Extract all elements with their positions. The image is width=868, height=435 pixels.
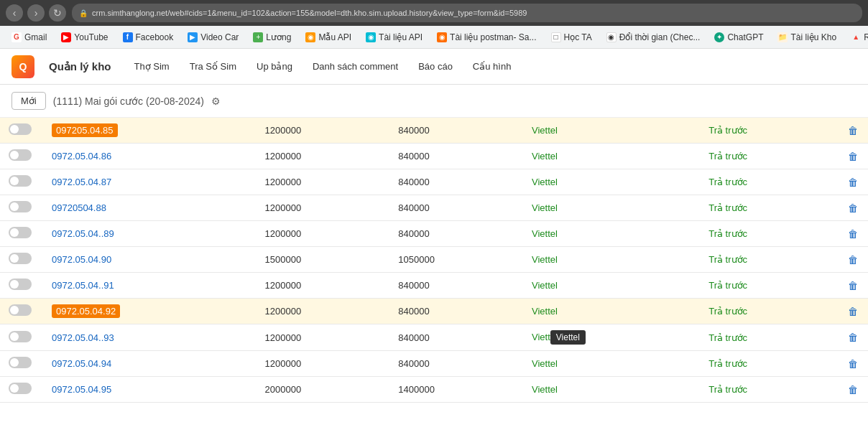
delete-button[interactable]: 🗑 [848, 332, 858, 343]
phone-cell: 0972.05.04..91 [43, 273, 257, 299]
payment-cell: Trả trước [700, 377, 839, 403]
price1-cell: 1200000 [257, 144, 390, 169]
forward-button[interactable]: › [27, 4, 45, 22]
bookmark-videocar[interactable]: ▶ Video Car [182, 30, 244, 45]
phone-text: 0972.05.04..89 [52, 228, 114, 239]
network-cell: Viettel [523, 377, 700, 403]
toggle-cell [0, 169, 43, 195]
delete-cell: 🗑 [839, 118, 868, 144]
nav-bao-cao[interactable]: Báo cáo [410, 57, 461, 76]
bookmark-gmail-label: Gmail [24, 32, 47, 42]
delete-button[interactable]: 🗑 [848, 306, 858, 317]
bookmark-tailieu[interactable]: ◉ Tài liệu API [360, 30, 428, 45]
luong-icon: + [253, 32, 263, 42]
tailieu-icon: ◉ [366, 32, 376, 42]
delete-button[interactable]: 🗑 [848, 280, 858, 291]
bookmark-facebook[interactable]: f Facebook [117, 30, 180, 45]
delete-button[interactable]: 🗑 [848, 125, 858, 136]
toggle-cell [0, 195, 43, 221]
nav-up-bang[interactable]: Up bảng [248, 57, 301, 76]
price2-cell: 840000 [389, 221, 523, 247]
redrm-icon: ▲ [851, 32, 861, 42]
toggle-switch[interactable] [9, 383, 32, 394]
browser-chrome: ‹ › ↻ 🔒 crm.simthanglong.net/web#cids=1&… [0, 0, 868, 26]
toggle-switch[interactable] [9, 227, 32, 238]
doitgian-icon: ◉ [606, 32, 617, 42]
toggle-switch[interactable] [9, 253, 32, 264]
bookmark-luong[interactable]: + Lương [247, 30, 297, 45]
delete-cell: 🗑 [839, 221, 868, 247]
bookmark-videocar-label: Video Car [200, 32, 239, 42]
toggle-switch[interactable] [9, 279, 32, 290]
nav-tho-sim[interactable]: Thợ Sim [126, 57, 178, 76]
network-cell: Viettel [523, 118, 700, 144]
phone-cell: 0972.05.04..89 [43, 221, 257, 247]
bookmark-postman[interactable]: ◉ Tài liệu postman- Sa... [431, 30, 542, 45]
network-cell: ViettViettel [523, 324, 700, 351]
nav-menu: Thợ Sim Tra Số Sim Up bảng Danh sách com… [126, 57, 520, 76]
price1-cell: 1200000 [257, 299, 390, 324]
toggle-switch[interactable] [9, 175, 32, 187]
settings-icon[interactable]: ⚙ [211, 95, 221, 107]
tailieukho-icon: 📁 [777, 32, 788, 42]
delete-button[interactable]: 🗑 [848, 384, 858, 396]
toggle-switch[interactable] [9, 331, 32, 342]
refresh-button[interactable]: ↻ [49, 4, 66, 22]
toggle-cell [0, 144, 43, 169]
bookmark-gmail[interactable]: G Gmail [6, 30, 52, 45]
delete-button[interactable]: 🗑 [848, 151, 858, 162]
delete-button[interactable]: 🗑 [848, 202, 858, 214]
toggle-cell [0, 324, 43, 351]
delete-button[interactable]: 🗑 [848, 177, 858, 188]
toggle-cell [0, 299, 43, 324]
nav-danh-sach-comment[interactable]: Danh sách comment [304, 57, 407, 76]
bookmark-tailieu-label: Tài liệu API [379, 32, 423, 42]
delete-button[interactable]: 🗑 [848, 228, 858, 240]
toggle-switch[interactable] [9, 201, 32, 212]
bookmark-hochoc-label: Học TA [564, 32, 592, 42]
toggle-switch[interactable] [9, 123, 32, 135]
bookmark-tailieukho[interactable]: 📁 Tài liệu Kho [772, 30, 842, 45]
new-button[interactable]: Mới [11, 92, 46, 110]
network-tooltip: Viettel [550, 330, 586, 345]
bookmark-mauapi-label: Mẫu API [318, 32, 351, 42]
network-cell: Viettel [523, 351, 700, 377]
chatgpt-icon: ✦ [714, 32, 724, 42]
toggle-switch[interactable] [9, 149, 32, 161]
delete-button[interactable]: 🗑 [848, 254, 858, 266]
toggle-switch[interactable] [9, 357, 32, 368]
network-cell: Viettel [523, 169, 700, 195]
address-text: crm.simthanglong.net/web#cids=1&menu_id=… [92, 9, 527, 17]
table-row: 0972.05.04.94 1200000 840000 Viettel Trả… [0, 351, 868, 377]
nav-tra-so-sim[interactable]: Tra Số Sim [181, 57, 245, 76]
toggle-switch[interactable] [9, 304, 32, 316]
bookmark-postman-label: Tài liệu postman- Sa... [450, 32, 536, 42]
network-cell: Viettel [523, 221, 700, 247]
price2-cell: 840000 [389, 144, 523, 169]
nav-cau-hinh[interactable]: Cấu hình [464, 57, 520, 76]
bookmark-facebook-label: Facebook [136, 32, 174, 42]
bookmark-doitgian[interactable]: ◉ Đổi thời gian (Chec... [601, 30, 706, 45]
phone-cell: 0972.05.04.95 [43, 377, 257, 403]
toggle-cell [0, 118, 43, 144]
price1-cell: 1500000 [257, 247, 390, 273]
phone-text: 0972.05.04..93 [52, 332, 114, 343]
bookmark-redrm-label: Redr [864, 32, 868, 42]
phone-cell: 0972.05.04.87 [43, 169, 257, 195]
bookmark-luong-label: Lương [266, 32, 291, 42]
bookmark-mauapi[interactable]: ◉ Mẫu API [300, 30, 357, 45]
bookmark-redrm[interactable]: ▲ Redr [845, 30, 868, 45]
phone-cell: 0972.05.04..93 [43, 324, 257, 351]
back-button[interactable]: ‹ [6, 4, 23, 22]
bookmark-youtube[interactable]: ▶ YouTube [55, 30, 114, 45]
delete-cell: 🗑 [839, 195, 868, 221]
phone-text: 09720504.88 [52, 202, 106, 213]
phone-cell: 0972.05.04.92 [43, 299, 257, 324]
app-logo-text: Q [19, 61, 27, 72]
payment-cell: Trả trước [700, 221, 839, 247]
bookmark-chatgpt[interactable]: ✦ ChatGPT [708, 30, 769, 45]
price2-cell: 1050000 [389, 247, 523, 273]
bookmark-hochoc[interactable]: □ Học TA [545, 30, 598, 45]
address-bar[interactable]: 🔒 crm.simthanglong.net/web#cids=1&menu_i… [72, 4, 862, 22]
delete-button[interactable]: 🗑 [848, 358, 858, 370]
